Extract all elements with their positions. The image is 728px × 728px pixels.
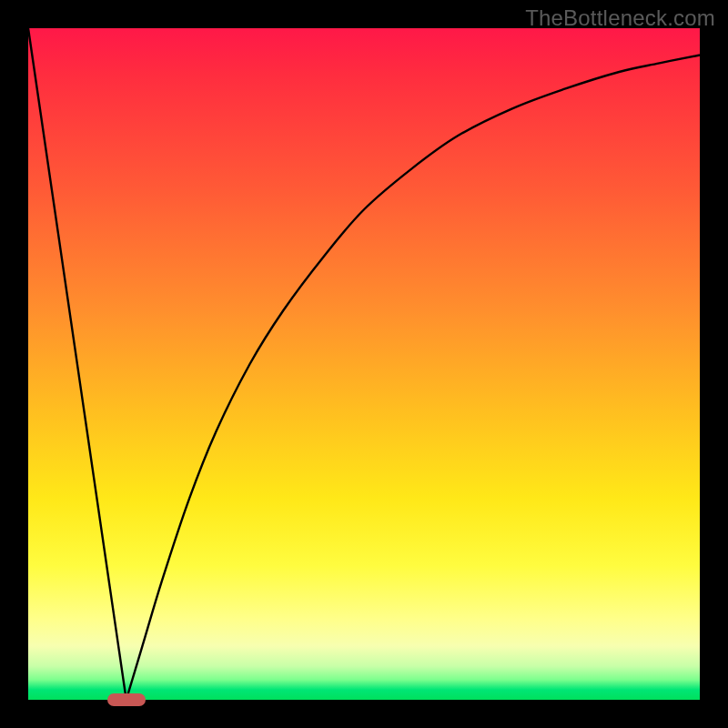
minimum-marker [107, 693, 146, 706]
chart-frame: TheBottleneck.com [0, 0, 728, 728]
watermark-text: TheBottleneck.com [525, 5, 715, 31]
curve-left-branch [28, 28, 126, 700]
plot-area [28, 28, 700, 700]
bottleneck-curve [28, 28, 700, 700]
curve-right-branch [126, 56, 700, 700]
